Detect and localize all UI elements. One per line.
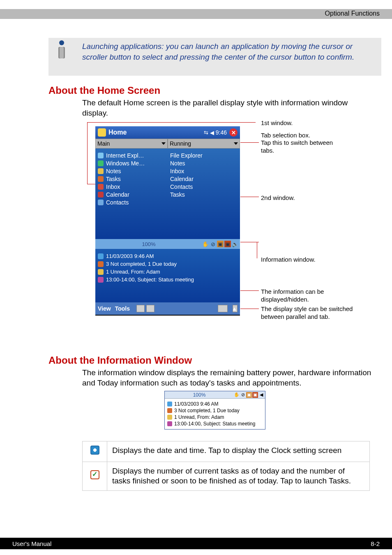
info-row-date[interactable]: 11/03/2003 9:46 AM	[98, 253, 238, 259]
info-row-mail[interactable]: 1 Unread, From: Adam	[167, 414, 263, 420]
home-screenshot: Home ⇆ ◀ 9:46 ✕ Main Running Internet Ex…	[95, 126, 240, 316]
menu-bar: View Tools ▴	[95, 302, 240, 315]
info-date-text: 11/03/2003 9:46 AM	[174, 401, 218, 407]
list-item-label: Internet Expl…	[106, 152, 144, 159]
list-item-label: Calendar	[170, 176, 194, 182]
list-item[interactable]: Inbox	[98, 183, 165, 190]
contacts-icon	[98, 200, 104, 205]
list-item[interactable]: Tasks	[98, 176, 165, 182]
tray-hand-icon[interactable]: ✋	[202, 241, 209, 247]
desc-cell: Displays the number of current tasks as …	[107, 462, 370, 490]
tasks-icon	[90, 470, 99, 479]
tab-left[interactable]: Main	[95, 139, 168, 149]
tab-right-label: Running	[170, 140, 191, 147]
icon-cell	[83, 441, 107, 462]
notes-icon	[98, 168, 104, 174]
clock-icon	[98, 253, 104, 259]
info-row-tasks[interactable]: 3 Not completed, 1 Due today	[167, 408, 263, 413]
menu-view[interactable]: View	[98, 305, 111, 312]
chevron-down-icon	[161, 142, 166, 145]
table-row: Displays the number of current tasks as …	[83, 462, 370, 490]
info-row-mail[interactable]: 1 Unread, From: Adam	[98, 269, 238, 275]
window-title: Home	[108, 129, 127, 136]
tray-mute-icon[interactable]: ⊘	[210, 241, 216, 247]
list-item-label: Notes	[170, 160, 185, 167]
annot-tab-box: Tab selection box.	[261, 132, 310, 139]
system-tray: ✋ ⊘ ▣ ▣ 🔈	[202, 241, 240, 247]
info-row-appointment[interactable]: 13:00-14:00, Subject: Status meeting	[98, 276, 238, 283]
list-item-label: Calendar	[106, 191, 129, 198]
info-tasks-text: 3 Not completed, 1 Due today	[174, 408, 240, 413]
tray-disk-icon[interactable]: ▣	[246, 392, 252, 398]
list-item-label: Contacts	[106, 199, 129, 206]
list-item[interactable]: Calendar	[98, 191, 165, 198]
annot-info-hide: The information can be displayed/hidden.	[261, 288, 360, 304]
info-tasks-text: 3 Not completed, 1 Due today	[106, 261, 177, 267]
list-item[interactable]: Internet Expl…	[98, 152, 165, 159]
annot-tab-switch: Tap this to switch between tabs.	[261, 139, 343, 155]
envelope-icon	[167, 415, 172, 420]
tray-tool-icon[interactable]: ▣	[252, 392, 258, 398]
left-pane: Internet Expl… Windows Me… Notes Tasks I…	[95, 149, 168, 239]
toolbar-parallel-button[interactable]	[136, 305, 145, 312]
list-item[interactable]: File Explorer	[170, 152, 238, 159]
tray-tool-icon[interactable]: ▣	[224, 241, 231, 247]
info-icon	[53, 39, 71, 60]
svg-rect-2	[60, 47, 64, 58]
inbox-icon	[98, 184, 104, 190]
status-bar: 100% ✋ ⊘ ▣ ▣ 🔈	[95, 239, 240, 249]
tab-left-label: Main	[97, 140, 110, 147]
information-window: 11/03/2003 9:46 AM 3 Not completed, 1 Du…	[95, 249, 240, 302]
info-row-date[interactable]: 11/03/2003 9:46 AM	[167, 401, 263, 407]
list-item[interactable]: Windows Me…	[98, 160, 165, 167]
media-icon	[98, 160, 104, 166]
list-item[interactable]: Contacts	[170, 183, 238, 190]
lead-line	[240, 242, 259, 242]
tray-volume-icon[interactable]: ◀	[258, 392, 264, 398]
appointment-icon	[98, 277, 104, 283]
tray-volume-icon[interactable]: 🔈	[232, 241, 238, 247]
keyboard-button[interactable]	[218, 305, 228, 312]
annot-info-window: Information window.	[261, 256, 316, 264]
battery-percent: 100%	[95, 241, 202, 247]
info-row-tasks[interactable]: 3 Not completed, 1 Due today	[98, 261, 238, 267]
tab-right[interactable]: Running	[168, 139, 240, 149]
tasks-icon	[98, 261, 104, 267]
list-item[interactable]: Inbox	[170, 168, 238, 174]
tray-mute-icon[interactable]: ⊘	[240, 392, 246, 398]
up-arrow-button[interactable]: ▴	[233, 305, 238, 312]
tab-row: Main Running	[95, 139, 240, 149]
list-item-label: Notes	[106, 168, 121, 174]
list-item[interactable]: Tasks	[170, 191, 238, 198]
lead-line	[240, 290, 259, 291]
battery-percent: 100%	[165, 392, 234, 398]
menu-tools[interactable]: Tools	[115, 305, 130, 312]
svg-point-0	[59, 40, 64, 45]
table-row: Displays the date and time. Tap to displ…	[83, 441, 370, 462]
lead-line	[240, 197, 259, 197]
list-item[interactable]: Calendar	[170, 176, 238, 182]
icon-cell	[83, 462, 107, 490]
toolbar-tab-button[interactable]	[146, 305, 154, 312]
lead-line	[87, 122, 256, 123]
list-item[interactable]: Notes	[98, 168, 165, 174]
footer-left: User's Manual	[12, 540, 51, 547]
clock-text: 9:46	[216, 129, 227, 136]
info-mail-text: 1 Unread, From: Adam	[174, 414, 224, 420]
list-item-label: Tasks	[106, 176, 121, 182]
clock-icon	[90, 446, 99, 455]
system-tray: ✋ ⊘ ▣ ▣ ◀	[234, 392, 265, 398]
list-item[interactable]: Notes	[170, 160, 238, 167]
home-icon	[98, 128, 106, 137]
tray-disk-icon[interactable]: ▣	[217, 241, 224, 247]
tasks-icon	[167, 408, 172, 413]
lead-line	[240, 142, 259, 143]
ie-icon	[98, 153, 104, 158]
title-bar: Home ⇆ ◀ 9:46 ✕	[95, 126, 240, 139]
list-item[interactable]: Contacts	[98, 199, 165, 206]
info-row-appointment[interactable]: 13:00-14:00, Subject: Status meeting	[167, 421, 263, 427]
connectivity-icon: ⇆	[204, 130, 208, 136]
list-item-label: Contacts	[170, 183, 193, 190]
close-button[interactable]: ✕	[229, 128, 238, 137]
tray-hand-icon[interactable]: ✋	[234, 392, 240, 398]
